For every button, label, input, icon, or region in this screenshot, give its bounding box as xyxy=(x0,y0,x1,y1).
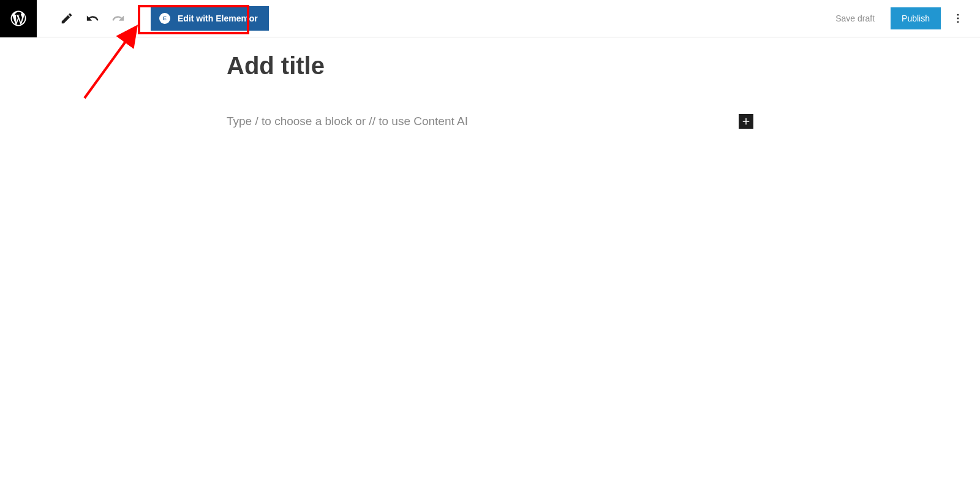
block-content-input[interactable] xyxy=(227,115,648,128)
redo-icon xyxy=(111,12,125,25)
undo-icon xyxy=(86,12,99,25)
svg-point-2 xyxy=(957,21,959,23)
publish-button[interactable]: Publish xyxy=(891,7,941,29)
pen-icon xyxy=(60,12,74,25)
editor-canvas xyxy=(0,37,980,129)
edit-with-elementor-button[interactable]: E Edit with Elementor xyxy=(151,6,269,31)
block-editor-row xyxy=(227,114,753,129)
undo-button[interactable] xyxy=(81,7,104,30)
post-title-input[interactable] xyxy=(227,52,753,80)
wordpress-logo-button[interactable] xyxy=(0,0,37,37)
tools-button[interactable] xyxy=(55,7,78,30)
redo-button[interactable] xyxy=(107,7,130,30)
editor-content xyxy=(227,52,753,129)
add-block-button[interactable] xyxy=(739,114,753,129)
svg-point-0 xyxy=(957,14,959,16)
toolbar-right: Save draft Publish xyxy=(828,7,980,29)
editor-toolbar: E Edit with Elementor Save draft Publish xyxy=(0,0,980,37)
toolbar-left: E Edit with Elementor xyxy=(0,0,269,37)
plus-icon xyxy=(741,116,752,127)
save-draft-button[interactable]: Save draft xyxy=(828,9,882,28)
options-button[interactable] xyxy=(947,7,969,29)
elementor-button-label: Edit with Elementor xyxy=(178,13,258,23)
wordpress-icon xyxy=(9,9,28,28)
elementor-icon: E xyxy=(159,13,170,24)
more-vertical-icon xyxy=(952,12,964,25)
svg-point-1 xyxy=(957,18,959,20)
